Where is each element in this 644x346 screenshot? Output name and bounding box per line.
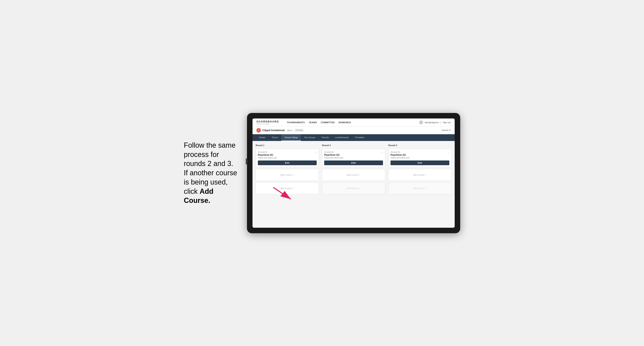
sub-header-left: C Clippd Invitational (Men) Hosting	[256, 128, 304, 133]
instruction-line2: process for	[184, 151, 219, 159]
round-1-add-course-2[interactable]: Add Course +	[256, 182, 319, 194]
round-1-add-course-label-1: Add Course +	[280, 173, 294, 176]
round-2-add-course-label-2: Add Course +	[347, 187, 360, 190]
tournament-gender: (Men)	[287, 129, 293, 132]
tab-tee-groups[interactable]: Tee Groups	[301, 134, 318, 141]
round-1-course-card: ○ (Course A) Peachtree GC Yellow (M) (66…	[256, 149, 319, 167]
tab-details[interactable]: Details	[256, 134, 269, 141]
user-email: blair@clippd.io	[425, 121, 439, 124]
round-1-add-course-1[interactable]: Add Course +	[256, 169, 319, 181]
round-3-add-course-1[interactable]: Add Course +	[388, 169, 452, 181]
round-2-plus-icon-1: +	[359, 173, 360, 176]
round-3-delete-icon[interactable]: ○	[446, 151, 450, 154]
round-2-label: Round 2	[322, 144, 385, 147]
nav-committee[interactable]: COMMITTEE	[321, 121, 335, 124]
hosting-badge: Hosting	[294, 129, 304, 132]
main-content: Round 1 ○ (Course A) Peachtree GC Yellow…	[252, 141, 455, 228]
round-1-plus-icon-1: +	[292, 173, 294, 176]
nav-links: TOURNAMENTS TEAMS COMMITTEE RANKINGS	[287, 121, 414, 124]
top-nav: SCOREBOARD Powered by clippd TOURNAMENTS…	[252, 119, 455, 127]
nav-teams[interactable]: TEAMS	[309, 121, 317, 124]
nav-separator: |	[441, 121, 441, 124]
round-1-course-name: Peachtree GC	[258, 154, 317, 156]
round-3-label: Round 3	[388, 144, 452, 147]
round-1-edit-button[interactable]: Edit	[258, 161, 317, 165]
instruction-line6: click Add Course.	[184, 187, 214, 205]
page-wrapper: Follow the same process for rounds 2 and…	[184, 113, 460, 233]
round-3-course-details: Yellow (M) (6629 yds)	[390, 157, 449, 159]
round-1-label: Round 1	[256, 144, 319, 147]
round-2-add-course-label-1: Add Course +	[347, 173, 360, 176]
tournament-name: Clippd Invitational	[262, 129, 285, 132]
tab-course-setup[interactable]: Course Setup	[281, 134, 301, 141]
round-2-course-card: ○ (Course A) Peachtree GC Yellow (M) (66…	[322, 149, 385, 167]
instruction-line3: rounds 2 and 3.	[184, 160, 233, 168]
round-3-course-name: Peachtree GC	[390, 154, 449, 156]
round-1-course-details: Yellow (M) (6629 yds)	[258, 157, 317, 159]
round-2-delete-icon[interactable]: ○	[380, 151, 384, 154]
instruction-line1: Follow the same	[184, 141, 236, 149]
sub-header: C Clippd Invitational (Men) Hosting Canc…	[252, 127, 455, 134]
tab-leaderboards[interactable]: Leaderboards	[332, 134, 352, 141]
logo-scoreboard: SCOREBOARD	[256, 120, 279, 123]
rounds-grid: Round 1 ○ (Course A) Peachtree GC Yellow…	[256, 144, 452, 194]
round-3-add-course-label-2: Add Course +	[413, 187, 427, 190]
round-3-edit-button[interactable]: Edit	[390, 161, 449, 165]
round-3-add-course-2: Add Course +	[388, 182, 452, 194]
tab-bar: Details Teams Course Setup Tee Groups Re…	[252, 134, 455, 141]
tab-printables[interactable]: Printables	[352, 134, 368, 141]
round-2-course-name: Peachtree GC	[324, 154, 383, 156]
instruction-line5: is being used,	[184, 178, 228, 186]
tablet-screen: SCOREBOARD Powered by clippd TOURNAMENTS…	[252, 119, 455, 228]
logo-powered: Powered by clippd	[256, 123, 279, 125]
round-1-plus-icon-2: +	[292, 187, 294, 190]
tablet-side-button	[246, 159, 247, 165]
round-3-plus-icon-1: +	[425, 173, 427, 176]
tab-teams[interactable]: Teams	[269, 134, 281, 141]
round-3-add-course-label-1: Add Course +	[413, 173, 427, 176]
clippd-icon: C	[256, 128, 261, 133]
tablet-frame: SCOREBOARD Powered by clippd TOURNAMENTS…	[247, 113, 460, 233]
sign-out-link[interactable]: Sign out	[443, 121, 451, 124]
round-1-course-tag: (Course A)	[258, 151, 317, 153]
tab-results[interactable]: Results	[318, 134, 332, 141]
cancel-button[interactable]: Cancel ✕	[442, 129, 451, 132]
round-2-add-course-2: Add Course +	[322, 182, 385, 194]
round-3-course-tag: (Course A)	[390, 151, 449, 153]
instruction-panel: Follow the same process for rounds 2 and…	[184, 141, 239, 205]
round-1-add-course-label-2: Add Course +	[280, 187, 294, 190]
nav-rankings[interactable]: RANKINGS	[338, 121, 351, 124]
round-3-course-card: ○ (Course A) Peachtree GC Yellow (M) (66…	[388, 149, 452, 167]
round-2-edit-button[interactable]: Edit	[324, 161, 383, 165]
nav-user: blair@clippd.io | Sign out	[419, 121, 451, 124]
round-1-column: Round 1 ○ (Course A) Peachtree GC Yellow…	[256, 144, 319, 194]
round-2-course-tag: (Course A)	[324, 151, 383, 153]
nav-tournaments[interactable]: TOURNAMENTS	[287, 121, 305, 124]
round-3-plus-icon-2: +	[425, 187, 427, 190]
round-1-delete-icon[interactable]: ○	[314, 151, 317, 154]
instruction-line4: If another course	[184, 169, 237, 177]
round-2-plus-icon-2: +	[359, 187, 360, 190]
user-avatar	[419, 121, 423, 124]
round-2-column: Round 2 ○ (Course A) Peachtree GC Yellow…	[322, 144, 385, 194]
round-2-add-course-1[interactable]: Add Course +	[322, 169, 385, 181]
round-2-course-details: Yellow (M) (6629 yds)	[324, 157, 383, 159]
round-3-column: Round 3 ○ (Course A) Peachtree GC Yellow…	[388, 144, 452, 194]
logo-area: SCOREBOARD Powered by clippd	[256, 120, 279, 125]
